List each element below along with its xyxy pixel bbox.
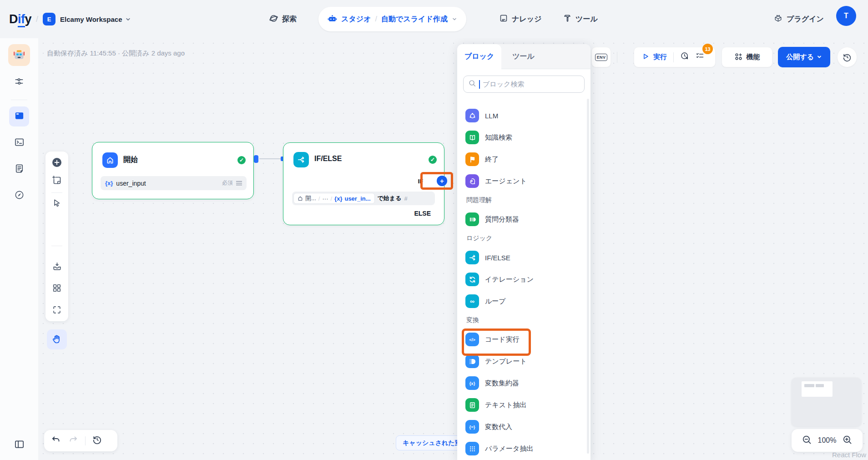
- block-item-end[interactable]: 終了: [457, 148, 590, 170]
- features-button[interactable]: 機能: [722, 47, 772, 67]
- nav-item-plugins[interactable]: プラグイン: [773, 14, 824, 25]
- checklist-icon[interactable]: [695, 51, 705, 63]
- minimap-viewport: [802, 381, 833, 397]
- block-item-parameter-extractor[interactable]: パラメータ抽出: [457, 438, 590, 460]
- if-else-icon: [465, 251, 479, 264]
- sidebar-divider: [11, 100, 27, 100]
- loop-icon: ∞: [465, 294, 479, 308]
- variable-assigner-icon: {=}: [465, 420, 479, 434]
- sidebar-item-orchestrate[interactable]: [9, 106, 29, 126]
- variable-brace-icon: {x}: [105, 180, 113, 187]
- workspace-avatar[interactable]: E: [43, 13, 56, 25]
- chevron-down-icon: [817, 53, 822, 61]
- workspace-name[interactable]: Elcamy Workspace: [60, 15, 122, 23]
- tab-studio[interactable]: スタジオ: [341, 15, 371, 24]
- block-section-label: 問題理解: [457, 192, 590, 208]
- edge-start-to-ifelse: [259, 158, 283, 159]
- condition-variable-pill[interactable]: 開... / ··· / {x} user_in...: [293, 193, 375, 204]
- tab-blocks[interactable]: ブロック: [457, 44, 501, 69]
- sidebar-item-logs[interactable]: [9, 159, 29, 179]
- redo-button[interactable]: [68, 435, 79, 447]
- block-item-if-else[interactable]: IF/ELSE: [457, 247, 590, 268]
- required-label: 必須: [222, 179, 233, 187]
- logo-if: if: [18, 12, 25, 27]
- run-button[interactable]: 実行: [653, 53, 667, 61]
- block-item-loop[interactable]: ∞ループ: [457, 290, 590, 312]
- block-item-label: テキスト抽出: [485, 401, 526, 409]
- breadcrumb-separator: /: [375, 15, 377, 23]
- success-check-icon: ✓: [429, 156, 437, 164]
- panel-scrollbar[interactable]: [587, 99, 589, 454]
- block-item-doc-extractor[interactable]: テキスト抽出: [457, 394, 590, 416]
- variable-aggregator-icon: {x}: [465, 376, 479, 390]
- chevron-down-icon[interactable]: [125, 16, 131, 22]
- block-item-llm[interactable]: LLM: [457, 105, 590, 126]
- edge-source-handle[interactable]: [254, 155, 258, 163]
- search-icon: [468, 79, 476, 89]
- node-start[interactable]: 開始 ✓ {x} user_input 必須: [92, 142, 254, 199]
- home-icon: [102, 152, 118, 168]
- publish-button[interactable]: 公開する: [778, 47, 830, 67]
- branch-icon: [293, 152, 309, 167]
- block-item-code[interactable]: </>コード実行: [457, 329, 590, 350]
- explore-icon: [269, 14, 278, 25]
- organize-blocks-button[interactable]: [51, 283, 62, 293]
- dify-logo[interactable]: Dify: [9, 12, 31, 26]
- gauge-icon: [14, 190, 25, 202]
- breadcrumb-app-name[interactable]: 自動でスライド作成: [381, 15, 448, 24]
- chevron-down-icon[interactable]: [452, 16, 457, 22]
- add-condition-button[interactable]: +: [437, 176, 447, 186]
- app-robot-icon[interactable]: [8, 44, 30, 66]
- version-history-button[interactable]: [837, 47, 857, 67]
- run-history-icon[interactable]: [680, 51, 690, 63]
- change-history-button[interactable]: [92, 435, 102, 447]
- user-avatar[interactable]: T: [836, 6, 856, 26]
- zoom-in-icon[interactable]: [842, 435, 853, 447]
- start-variable-row[interactable]: {x} user_input 必須: [101, 176, 247, 190]
- undo-button[interactable]: [50, 435, 61, 447]
- node-if-else[interactable]: IF/ELSE ✓ IF + 開... / ··· / {x} user_in.…: [283, 142, 444, 225]
- zoom-out-icon[interactable]: [802, 435, 812, 447]
- sliders-icon: [14, 76, 25, 89]
- block-item-variable-aggregator[interactable]: {x}変数集約器: [457, 372, 590, 394]
- controls-divider: [617, 52, 617, 63]
- minimap-node: [804, 384, 814, 387]
- condition-row[interactable]: 開... / ··· / {x} user_in... で始まる #: [292, 192, 435, 205]
- iteration-icon: [465, 273, 479, 286]
- studio-breadcrumb-pill[interactable]: スタジオ / 自動でスライド作成: [318, 7, 466, 31]
- block-item-knowledge-retrieval[interactable]: 知識検索: [457, 126, 590, 148]
- else-case-label: ELSE: [414, 210, 431, 217]
- block-item-template[interactable]: テンプレート: [457, 350, 590, 372]
- tab-tools[interactable]: ツール: [501, 44, 545, 69]
- plugin-cube-icon: [773, 14, 783, 25]
- sidebar-item-settings[interactable]: [9, 72, 29, 92]
- block-item-agent[interactable]: エージェント: [457, 170, 590, 192]
- nav-item-knowledge[interactable]: ナレッジ: [499, 14, 542, 25]
- block-item-iteration[interactable]: イテレーション: [457, 268, 590, 290]
- sidebar-item-monitoring[interactable]: [9, 186, 29, 206]
- hand-mode-button[interactable]: [51, 334, 62, 345]
- nav-item-tools[interactable]: ツール: [563, 14, 598, 25]
- text-cursor: [479, 80, 480, 89]
- sidebar-item-api[interactable]: [9, 133, 29, 153]
- block-item-label: 変数集約器: [485, 379, 519, 388]
- block-search-input[interactable]: ブロック検索: [463, 76, 585, 93]
- add-node-button[interactable]: [51, 157, 62, 168]
- minimap[interactable]: [792, 378, 861, 426]
- block-item-variable-assigner[interactable]: {=}変数代入: [457, 416, 590, 438]
- panel-tabs: ブロック ツール: [457, 44, 590, 69]
- nav-item-explore[interactable]: 探索: [269, 14, 297, 25]
- workflow-canvas[interactable]: 自動保存済み 11:45:55 · 公開済み 2 days ago 開始 ✓: [38, 38, 868, 460]
- env-variables-button[interactable]: ENV: [591, 47, 611, 67]
- knowledge-retrieval-icon: [465, 131, 479, 144]
- toolbar-divider: [51, 192, 62, 193]
- features-label: 機能: [747, 53, 760, 61]
- add-note-button[interactable]: [51, 175, 62, 186]
- top-nav: Dify / E Elcamy Workspace 探索 スタジオ / 自動でス…: [0, 0, 868, 38]
- block-item-question-classifier[interactable]: 質問分類器: [457, 208, 590, 230]
- export-dsl-button[interactable]: [51, 261, 62, 272]
- collapse-sidebar-icon[interactable]: [9, 434, 29, 454]
- pointer-mode-button[interactable]: [51, 198, 62, 209]
- block-item-label: ループ: [485, 297, 506, 306]
- fit-view-button[interactable]: [51, 304, 62, 315]
